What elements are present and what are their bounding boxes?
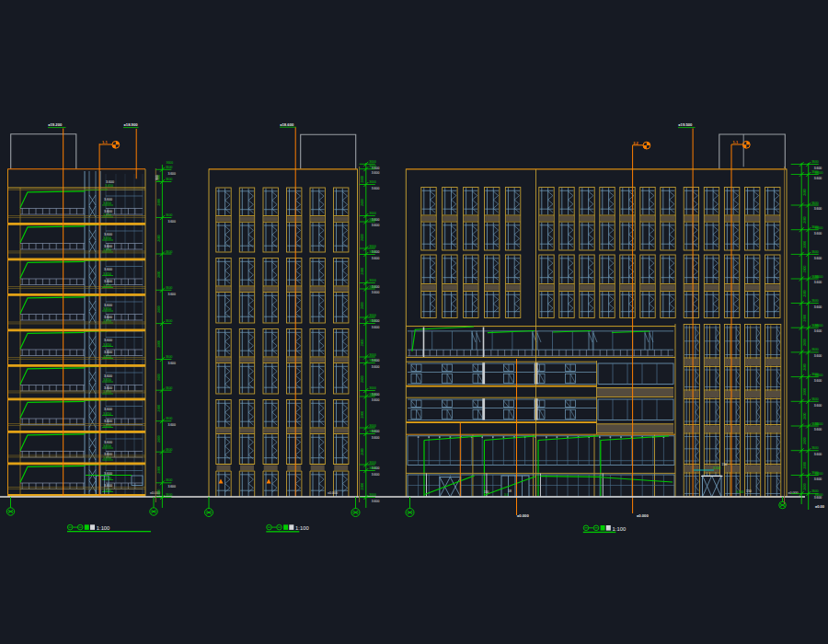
svg-text:3.600: 3.600 xyxy=(736,490,744,494)
svg-text:3.650: 3.650 xyxy=(103,201,111,205)
svg-text:3600: 3600 xyxy=(369,285,376,289)
svg-text:1:100: 1:100 xyxy=(97,525,110,531)
svg-text:3.600: 3.600 xyxy=(104,233,112,236)
svg-text:3600: 3600 xyxy=(361,375,364,383)
svg-text:3600: 3600 xyxy=(166,493,173,497)
svg-text:3.600: 3.600 xyxy=(814,354,822,358)
svg-text:3600: 3600 xyxy=(157,489,161,496)
svg-text:3600: 3600 xyxy=(369,393,376,397)
svg-text:2-2: 2-2 xyxy=(633,142,638,145)
svg-text:3.600: 3.600 xyxy=(104,280,112,283)
svg-text:3600: 3600 xyxy=(361,234,364,241)
svg-text:3.600: 3.600 xyxy=(814,329,822,333)
svg-text:3.600: 3.600 xyxy=(814,404,822,408)
svg-text:3.600: 3.600 xyxy=(372,291,380,294)
svg-text:3.600: 3.600 xyxy=(814,453,822,456)
svg-text:3.600: 3.600 xyxy=(104,304,112,307)
svg-text:3600: 3600 xyxy=(369,180,376,184)
svg-text:3600: 3600 xyxy=(157,305,161,313)
svg-text:1-1: 1-1 xyxy=(102,141,108,144)
svg-text:3600: 3600 xyxy=(166,417,173,420)
svg-text:3600: 3600 xyxy=(157,435,161,443)
svg-text:1-1: 1-1 xyxy=(733,141,739,144)
svg-text:3.600: 3.600 xyxy=(104,408,112,411)
svg-text:3600: 3600 xyxy=(803,315,807,322)
svg-text:±19.200: ±19.200 xyxy=(48,122,63,127)
svg-text:3600: 3600 xyxy=(157,405,161,412)
svg-text:3.650: 3.650 xyxy=(103,444,111,448)
svg-text:3.650: 3.650 xyxy=(103,378,111,382)
svg-text:3600: 3600 xyxy=(803,290,807,297)
svg-text:3600: 3600 xyxy=(157,340,161,348)
svg-text:3600: 3600 xyxy=(803,189,807,196)
svg-text:3600: 3600 xyxy=(369,279,376,282)
svg-text:±0.000: ±0.000 xyxy=(517,513,529,518)
svg-text:3.650: 3.650 xyxy=(103,355,111,359)
svg-text:3.600: 3.600 xyxy=(106,180,114,184)
svg-text:3.600: 3.600 xyxy=(372,500,380,503)
svg-text:3.600: 3.600 xyxy=(372,224,380,227)
svg-text:3.600: 3.600 xyxy=(814,477,822,481)
svg-text:3600: 3600 xyxy=(815,323,824,328)
svg-text:3.650: 3.650 xyxy=(103,284,111,288)
svg-text:3.600: 3.600 xyxy=(814,305,822,309)
svg-text:3600: 3600 xyxy=(815,274,824,279)
svg-text:3.600: 3.600 xyxy=(814,428,822,431)
svg-text:1:100: 1:100 xyxy=(295,525,309,531)
svg-text:3600: 3600 xyxy=(803,266,807,273)
svg-text:±0.000: ±0.000 xyxy=(637,513,649,518)
svg-text:3600: 3600 xyxy=(815,471,824,476)
svg-text:150: 150 xyxy=(484,490,489,494)
svg-text:3.650: 3.650 xyxy=(105,184,113,188)
svg-text:3.600: 3.600 xyxy=(814,207,822,211)
svg-text:3600: 3600 xyxy=(811,299,819,303)
svg-text:3.650: 3.650 xyxy=(103,412,111,416)
svg-text:3.600: 3.600 xyxy=(814,177,822,180)
svg-text:3600: 3600 xyxy=(369,461,376,465)
svg-text:3600: 3600 xyxy=(369,493,376,497)
svg-text:3.600: 3.600 xyxy=(167,423,176,427)
svg-text:3600: 3600 xyxy=(166,478,173,482)
svg-text:3600: 3600 xyxy=(811,348,819,351)
svg-text:3600: 3600 xyxy=(361,268,364,275)
svg-text:3600: 3600 xyxy=(166,286,173,290)
svg-text:3600: 3600 xyxy=(811,397,819,401)
svg-text:150: 150 xyxy=(722,463,728,466)
svg-text:3600: 3600 xyxy=(803,241,807,248)
svg-text:3600: 3600 xyxy=(803,339,807,346)
svg-text:3.600: 3.600 xyxy=(167,293,176,296)
svg-text:3600: 3600 xyxy=(361,448,364,455)
svg-text:3600: 3600 xyxy=(803,388,807,396)
svg-text:3600: 3600 xyxy=(811,446,819,450)
svg-text:3600: 3600 xyxy=(815,373,824,377)
svg-text:3600: 3600 xyxy=(815,421,824,426)
svg-text:3600: 3600 xyxy=(811,201,819,205)
svg-text:3.600: 3.600 xyxy=(372,171,380,175)
svg-text:3600: 3600 xyxy=(369,353,376,357)
svg-text:3600: 3600 xyxy=(815,225,824,230)
svg-text:3600: 3600 xyxy=(361,411,364,419)
svg-text:3600: 3600 xyxy=(369,424,376,428)
svg-text:3.600: 3.600 xyxy=(372,436,380,440)
svg-text:3.600: 3.600 xyxy=(104,386,112,390)
svg-text:3600: 3600 xyxy=(166,319,173,323)
svg-text:3600: 3600 xyxy=(166,355,173,359)
svg-text:3.600: 3.600 xyxy=(167,485,176,489)
svg-text:3600: 3600 xyxy=(369,430,376,433)
svg-text:3.600: 3.600 xyxy=(372,398,380,402)
svg-text:3600: 3600 xyxy=(361,483,364,490)
svg-text:3600: 3600 xyxy=(166,448,173,452)
svg-text:3600: 3600 xyxy=(369,466,376,470)
svg-text:150: 150 xyxy=(746,489,752,493)
svg-text:1:100: 1:100 xyxy=(613,526,627,532)
svg-text:3600: 3600 xyxy=(815,492,824,497)
svg-text:3.600: 3.600 xyxy=(104,351,112,354)
svg-text:3600: 3600 xyxy=(157,466,161,474)
svg-text:3.600: 3.600 xyxy=(104,268,112,271)
svg-text:3600: 3600 xyxy=(157,235,161,242)
svg-text:3.600: 3.600 xyxy=(814,232,822,236)
svg-text:3.600: 3.600 xyxy=(104,374,112,378)
svg-text:3.600: 3.600 xyxy=(372,257,380,260)
svg-text:3600: 3600 xyxy=(369,386,376,390)
svg-text:3600: 3600 xyxy=(369,314,376,317)
